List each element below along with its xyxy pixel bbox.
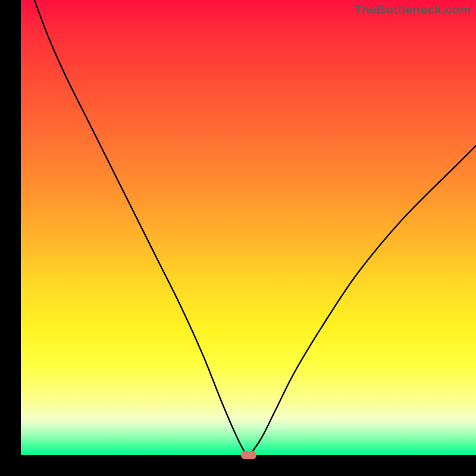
plot-area: TheBottleneck.com — [21, 0, 476, 455]
optimum-marker — [241, 451, 256, 459]
chart-frame: TheBottleneck.com — [0, 0, 476, 476]
watermark-text: TheBottleneck.com — [354, 2, 471, 17]
bottleneck-curve — [21, 0, 476, 455]
